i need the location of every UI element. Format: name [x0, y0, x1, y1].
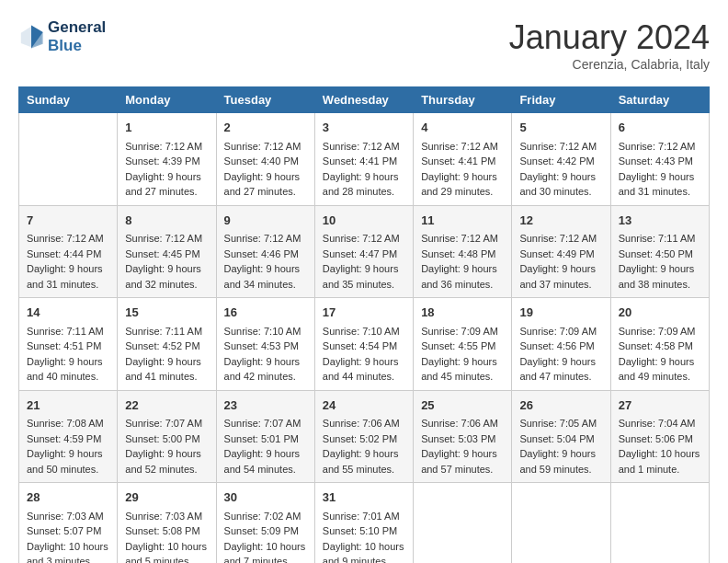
logo: General Blue — [18, 18, 106, 56]
day-number: 16 — [224, 304, 307, 322]
calendar-cell: 9Sunrise: 7:12 AMSunset: 4:46 PMDaylight… — [216, 205, 314, 298]
cell-info: Sunrise: 7:12 AM — [323, 231, 405, 247]
day-number: 8 — [125, 212, 208, 230]
cell-info: and 31 minutes. — [619, 184, 701, 200]
cell-info: Sunrise: 7:06 AM — [323, 416, 405, 431]
cell-info: Sunset: 5:01 PM — [224, 431, 307, 447]
cell-info: Daylight: 10 hours — [619, 446, 701, 462]
calendar-cell: 24Sunrise: 7:06 AMSunset: 5:02 PMDayligh… — [314, 390, 413, 483]
cell-info: Sunrise: 7:06 AM — [421, 416, 504, 431]
cell-info: and 34 minutes. — [224, 277, 307, 293]
cell-info: Sunset: 4:39 PM — [125, 154, 208, 169]
cell-info: Sunrise: 7:03 AM — [27, 509, 109, 524]
cell-info: Daylight: 9 hours — [619, 169, 701, 185]
day-number: 4 — [421, 119, 504, 137]
cell-info: Sunrise: 7:03 AM — [125, 509, 208, 524]
cell-info: Sunset: 4:41 PM — [421, 154, 504, 169]
header-sunday: Sunday — [19, 87, 118, 113]
day-number: 13 — [619, 212, 701, 230]
cell-info: Daylight: 10 hours — [125, 539, 208, 555]
cell-info: Daylight: 9 hours — [421, 354, 504, 370]
calendar-cell: 3Sunrise: 7:12 AMSunset: 4:41 PMDaylight… — [314, 113, 413, 206]
calendar-cell — [414, 483, 512, 564]
header-saturday: Saturday — [610, 87, 709, 113]
cell-info: Sunset: 4:52 PM — [125, 339, 208, 354]
cell-info: Daylight: 9 hours — [125, 446, 208, 462]
cell-info: and 5 minutes. — [125, 554, 208, 563]
cell-info: Daylight: 10 hours — [224, 539, 307, 555]
cell-info: Sunrise: 7:05 AM — [519, 416, 602, 431]
cell-info: and 9 minutes. — [323, 554, 405, 563]
cell-info: Daylight: 9 hours — [323, 261, 405, 277]
cell-info: Sunset: 4:40 PM — [224, 154, 307, 169]
cell-info: Daylight: 9 hours — [421, 446, 504, 462]
day-number: 27 — [619, 396, 701, 415]
cell-info: Sunset: 5:06 PM — [619, 431, 701, 447]
cell-info: Sunrise: 7:12 AM — [519, 139, 602, 155]
cell-info: Sunrise: 7:11 AM — [125, 324, 208, 339]
cell-info: Daylight: 10 hours — [27, 539, 109, 555]
cell-info: Daylight: 9 hours — [519, 261, 602, 277]
cell-info: Daylight: 9 hours — [619, 354, 701, 370]
cell-info: Sunrise: 7:12 AM — [125, 231, 208, 247]
day-number: 15 — [125, 304, 208, 322]
cell-info: Daylight: 9 hours — [27, 261, 109, 277]
day-number: 1 — [125, 119, 208, 137]
cell-info: Sunset: 4:41 PM — [323, 154, 405, 169]
calendar-cell: 11Sunrise: 7:12 AMSunset: 4:48 PMDayligh… — [414, 205, 512, 298]
cell-info: and 35 minutes. — [323, 277, 405, 293]
cell-info: Daylight: 9 hours — [125, 169, 208, 185]
cell-info: and 28 minutes. — [323, 184, 405, 200]
calendar-header-row: SundayMondayTuesdayWednesdayThursdayFrid… — [19, 87, 710, 113]
day-number: 3 — [323, 119, 405, 137]
day-number: 18 — [421, 304, 504, 322]
cell-info: Daylight: 9 hours — [224, 169, 307, 185]
cell-info: Daylight: 9 hours — [27, 354, 109, 370]
cell-info: Sunrise: 7:02 AM — [224, 509, 307, 524]
day-number: 22 — [125, 396, 208, 415]
cell-info: Sunset: 5:00 PM — [125, 431, 208, 447]
cell-info: Sunset: 4:44 PM — [27, 247, 109, 262]
cell-info: Sunset: 5:03 PM — [421, 431, 504, 447]
calendar-cell: 12Sunrise: 7:12 AMSunset: 4:49 PMDayligh… — [512, 205, 610, 298]
location: Cerenzia, Calabria, Italy — [509, 57, 710, 72]
cell-info: Sunrise: 7:12 AM — [619, 139, 701, 155]
cell-info: and 45 minutes. — [421, 369, 504, 385]
cell-info: Sunset: 4:55 PM — [421, 339, 504, 354]
day-number: 26 — [519, 396, 602, 415]
day-number: 24 — [323, 396, 405, 415]
cell-info: and 59 minutes. — [519, 462, 602, 477]
calendar-cell — [19, 113, 118, 206]
cell-info: Sunset: 4:54 PM — [323, 339, 405, 354]
cell-info: Sunset: 4:58 PM — [619, 339, 701, 354]
cell-info: Sunset: 4:43 PM — [619, 154, 701, 169]
day-number: 17 — [323, 304, 405, 322]
calendar-cell: 23Sunrise: 7:07 AMSunset: 5:01 PMDayligh… — [216, 390, 314, 483]
cell-info: and 49 minutes. — [619, 369, 701, 385]
calendar-week-row: 21Sunrise: 7:08 AMSunset: 4:59 PMDayligh… — [19, 390, 710, 483]
cell-info: Sunrise: 7:12 AM — [224, 231, 307, 247]
cell-info: Sunset: 4:49 PM — [519, 247, 602, 262]
cell-info: Daylight: 9 hours — [323, 446, 405, 462]
calendar-cell: 8Sunrise: 7:12 AMSunset: 4:45 PMDaylight… — [118, 205, 216, 298]
day-number: 7 — [27, 212, 109, 230]
cell-info: and 1 minute. — [619, 462, 701, 477]
cell-info: and 37 minutes. — [519, 277, 602, 293]
day-number: 31 — [323, 488, 405, 507]
cell-info: Sunset: 4:48 PM — [421, 247, 504, 262]
cell-info: Daylight: 9 hours — [323, 169, 405, 185]
cell-info: Sunrise: 7:09 AM — [619, 324, 701, 339]
cell-info: Sunset: 4:42 PM — [519, 154, 602, 169]
cell-info: and 31 minutes. — [27, 277, 109, 293]
calendar-cell: 1Sunrise: 7:12 AMSunset: 4:39 PMDaylight… — [118, 113, 216, 206]
calendar-cell: 6Sunrise: 7:12 AMSunset: 4:43 PMDaylight… — [610, 113, 709, 206]
cell-info: Sunset: 5:08 PM — [125, 523, 208, 539]
calendar-cell: 25Sunrise: 7:06 AMSunset: 5:03 PMDayligh… — [414, 390, 512, 483]
cell-info: and 40 minutes. — [27, 369, 109, 385]
cell-info: Sunrise: 7:09 AM — [519, 324, 602, 339]
calendar-cell: 22Sunrise: 7:07 AMSunset: 5:00 PMDayligh… — [118, 390, 216, 483]
cell-info: and 54 minutes. — [224, 462, 307, 477]
cell-info: Daylight: 10 hours — [323, 539, 405, 555]
calendar-cell: 20Sunrise: 7:09 AMSunset: 4:58 PMDayligh… — [610, 298, 709, 391]
cell-info: Sunrise: 7:10 AM — [323, 324, 405, 339]
